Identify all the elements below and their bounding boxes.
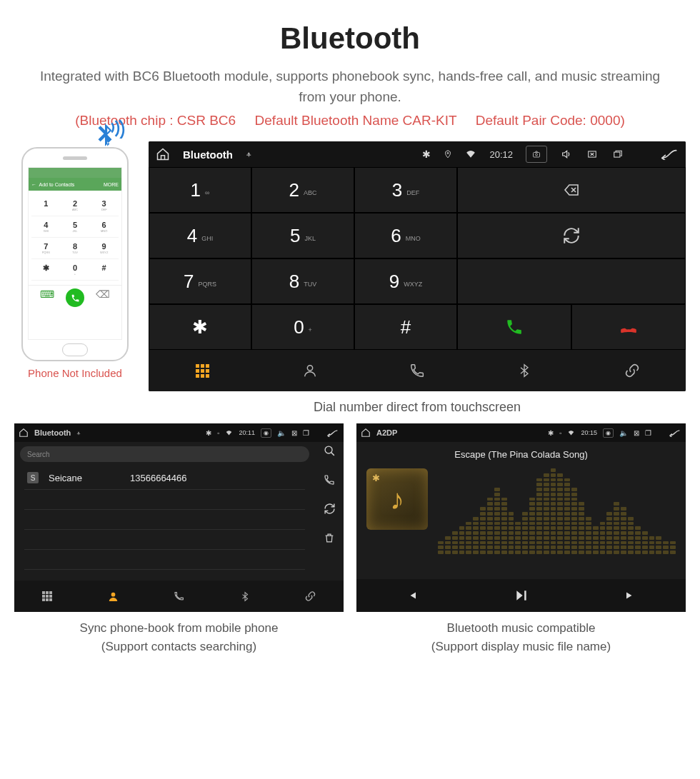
sync-icon[interactable] <box>324 503 336 515</box>
backspace-button[interactable] <box>457 167 686 213</box>
phone-key-6: 6MNO <box>89 216 119 238</box>
svg-point-2 <box>536 154 538 156</box>
key-7[interactable]: 7PQRS <box>149 258 251 304</box>
app-title: Bluetooth <box>183 149 233 161</box>
screenshot-icon[interactable]: ◉ <box>261 428 271 438</box>
phone-illustration: ← Add to Contacts MORE 12ABC3DEF4GHI5JKL… <box>14 141 136 379</box>
call-button[interactable] <box>457 304 571 350</box>
close-screen-icon[interactable]: ⊠ <box>291 429 297 437</box>
phone-key-0: 0+ <box>61 259 90 281</box>
contact-name: Seicane <box>49 473 120 483</box>
key-9[interactable]: 9WXYZ <box>354 258 457 304</box>
add-contacts-label: Add to Contacts <box>39 182 75 187</box>
app-title: A2DP <box>376 428 397 437</box>
back-icon[interactable] <box>667 429 681 437</box>
next-button[interactable] <box>576 579 686 612</box>
tab-keypad[interactable] <box>14 581 80 612</box>
head-unit-contacts: Bluetooth ⍏ ✱◦ 20:11 ◉ 🔈 ⊠ ❐ Search <box>14 423 344 612</box>
phone-disclaimer: Phone Not Included <box>14 367 136 379</box>
tab-bluetooth[interactable] <box>471 350 578 391</box>
tab-recent[interactable] <box>146 581 211 612</box>
delete-icon[interactable] <box>324 532 335 544</box>
key-6[interactable]: 6MNO <box>354 213 457 258</box>
phone-key-3: 3DEF <box>89 195 119 216</box>
contacts-caption: Sync phone-book from mobile phone(Suppor… <box>14 612 344 663</box>
dialpad: 1∞2ABC3DEF4GHI5JKL6MNO7PQRS8TUV9WXYZ✱0+# <box>149 167 686 350</box>
svg-point-7 <box>111 592 115 596</box>
recent-apps-icon[interactable]: ❐ <box>645 429 651 437</box>
screenshot-icon[interactable] <box>526 146 547 163</box>
tab-keypad[interactable] <box>149 350 256 391</box>
redial-button[interactable] <box>457 213 686 258</box>
status-bar: Bluetooth ⍏ ✱ 20:12 <box>149 141 686 167</box>
phone-key-4: 4GHI <box>31 216 61 238</box>
svg-point-6 <box>325 446 332 453</box>
phone-key-2: 2ABC <box>61 195 90 216</box>
more-label: MORE <box>104 182 119 187</box>
clock: 20:11 <box>239 429 255 436</box>
dialer-caption: Dial number direct from touchscreen <box>149 391 686 423</box>
volume-icon[interactable] <box>560 149 573 160</box>
phone-key-1: 1 <box>31 195 61 216</box>
back-icon[interactable] <box>325 429 339 437</box>
album-art: ✱ ♪ <box>366 468 428 530</box>
location-icon <box>444 149 452 159</box>
key-#[interactable]: # <box>354 304 457 350</box>
search-input[interactable]: Search <box>20 446 309 462</box>
play-pause-button[interactable] <box>466 579 576 612</box>
wifi-icon <box>465 149 476 159</box>
usb-icon: ⍏ <box>76 429 81 437</box>
close-screen-icon[interactable] <box>586 149 599 159</box>
screenshot-icon[interactable]: ◉ <box>603 428 614 438</box>
end-call-button[interactable] <box>571 304 686 350</box>
home-icon[interactable] <box>361 428 371 438</box>
phone-mockup: ← Add to Contacts MORE 12ABC3DEF4GHI5JKL… <box>21 147 129 361</box>
contact-row[interactable]: S Seicane 13566664466 <box>24 466 305 490</box>
bottom-tabs <box>149 350 686 391</box>
status-bar-small: A2DP ✱◦ 20:15 ◉ 🔈 ⊠ ❐ <box>356 423 686 442</box>
bluetooth-icon: ✱ <box>372 473 380 483</box>
tab-bluetooth[interactable] <box>212 581 278 612</box>
key-0[interactable]: 0+ <box>251 304 354 350</box>
clock: 20:15 <box>581 429 597 436</box>
head-unit-dialer: Bluetooth ⍏ ✱ 20:12 1∞2ABC3DEF4GHI5JKL6M… <box>149 141 686 391</box>
key-4[interactable]: 4GHI <box>149 213 251 258</box>
tab-pair[interactable] <box>579 350 686 391</box>
visualizer <box>438 468 676 554</box>
recent-apps-icon[interactable]: ❐ <box>303 429 309 437</box>
tab-pair[interactable] <box>278 581 344 612</box>
phone-key-5: 5JKL <box>61 216 90 238</box>
contact-initial: S <box>27 472 39 483</box>
app-title: Bluetooth <box>34 428 71 437</box>
tab-recent[interactable] <box>364 350 471 391</box>
home-icon[interactable] <box>156 147 170 161</box>
recent-apps-icon[interactable] <box>611 149 624 159</box>
volume-icon[interactable]: 🔈 <box>277 429 286 437</box>
usb-icon: ⍏ <box>246 149 251 160</box>
phone-call-button <box>66 288 84 307</box>
close-screen-icon[interactable]: ⊠ <box>634 429 639 437</box>
music-caption: Bluetooth music compatible(Support displ… <box>356 612 686 663</box>
call-icon[interactable] <box>324 474 335 486</box>
svg-rect-1 <box>534 153 540 158</box>
key-5[interactable]: 5JKL <box>251 213 354 258</box>
tab-contacts[interactable] <box>256 350 363 391</box>
key-1[interactable]: 1∞ <box>149 167 251 213</box>
clock: 20:12 <box>489 149 513 160</box>
prev-button[interactable] <box>356 579 466 612</box>
key-✱[interactable]: ✱ <box>149 304 251 350</box>
key-3[interactable]: 3DEF <box>354 167 457 213</box>
key-8[interactable]: 8TUV <box>251 258 354 304</box>
tab-contacts[interactable] <box>80 581 146 612</box>
svg-rect-4 <box>614 152 620 157</box>
home-icon[interactable] <box>19 428 29 438</box>
contact-number: 13566664466 <box>130 473 187 483</box>
svg-point-0 <box>447 153 449 154</box>
track-title: Escape (The Pina Colada Song) <box>454 449 587 460</box>
key-2[interactable]: 2ABC <box>251 167 354 213</box>
search-icon[interactable] <box>324 445 336 457</box>
volume-icon[interactable]: 🔈 <box>619 429 628 437</box>
back-icon[interactable] <box>659 149 679 160</box>
music-controls <box>356 579 686 612</box>
svg-point-5 <box>307 366 312 371</box>
